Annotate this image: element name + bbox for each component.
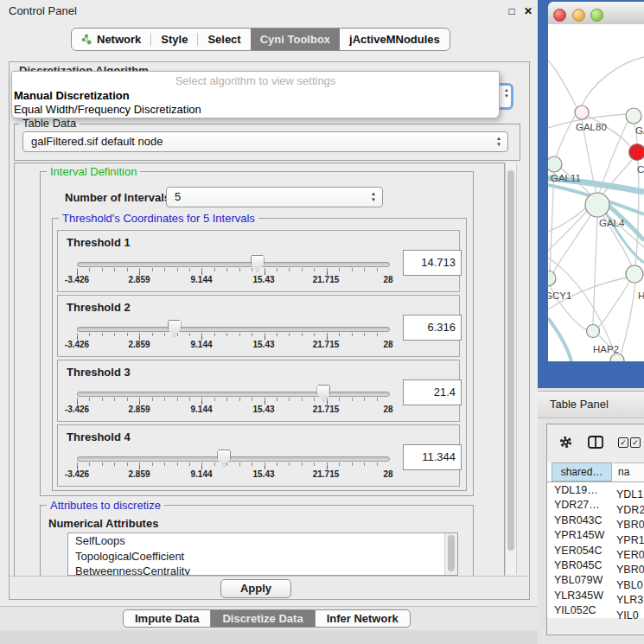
- HAP2-node[interactable]: [587, 325, 600, 338]
- threshold-row: Threshold 2 6.316 -3.4262.8599.14415.432…: [57, 295, 460, 357]
- tab-cyni-toolbox[interactable]: Cyni Toolbox: [251, 29, 340, 50]
- minimize-traffic-light-icon[interactable]: [572, 9, 585, 22]
- threshold-slider-track[interactable]: [77, 262, 390, 267]
- network-edge[interactable]: [598, 282, 629, 328]
- float-window-icon[interactable]: □: [506, 5, 518, 17]
- checkbox-icon[interactable]: ✓: [630, 437, 641, 448]
- tab-style[interactable]: Style: [151, 29, 197, 50]
- number-of-intervals-combobox[interactable]: 5 ▲▼: [166, 187, 383, 207]
- thresholds-group-label: Threshold's Coordinates for 5 Intervals: [59, 213, 258, 224]
- network-edge[interactable]: [552, 214, 591, 276]
- threshold-value-field[interactable]: 11.344: [403, 444, 462, 470]
- slider-tick-marks: [77, 398, 389, 405]
- attribute-item[interactable]: TopologicalCoefficient: [68, 549, 457, 564]
- cell-shared-name[interactable]: YDR27…: [547, 498, 615, 513]
- table-row[interactable]: YIL052CYIL0: [547, 603, 644, 618]
- table-row[interactable]: YDL19…YDL1: [547, 483, 644, 498]
- cell-shared-name[interactable]: YPR145W: [547, 528, 615, 543]
- GAL80-node[interactable]: [575, 105, 589, 119]
- GAL11-node[interactable]: [548, 156, 562, 172]
- table-row[interactable]: YER054CYER0: [547, 544, 644, 558]
- number-of-intervals-label: Number of Intervals: [65, 191, 170, 204]
- threshold-slider-track[interactable]: [77, 392, 390, 397]
- network-edge[interactable]: [582, 57, 644, 105]
- table-rows: YDL19…YDL1YDR27…YDR2YBR043CYBR0YPR145WYP…: [547, 483, 644, 619]
- table-row[interactable]: YBR045CYBR0: [547, 558, 644, 573]
- zoom-traffic-light-icon[interactable]: [590, 9, 603, 22]
- table-header-row: shared… na: [547, 462, 644, 482]
- tick-label: 28: [383, 469, 392, 479]
- tab-jactivemnodules[interactable]: jActiveMNodules: [340, 29, 450, 50]
- threshold-slider-track[interactable]: [77, 327, 390, 332]
- scrollbar-thumb[interactable]: [507, 170, 514, 551]
- right-node[interactable]: [626, 265, 643, 283]
- network-canvas[interactable]: GAL80GACGAL11GAL4GCY1HHAP2: [548, 24, 644, 361]
- tab-impute-data[interactable]: Impute Data: [124, 610, 211, 627]
- table-row[interactable]: YLR345WYLR3: [547, 589, 644, 603]
- node-label: HAP2: [593, 344, 619, 354]
- close-traffic-light-icon[interactable]: [553, 9, 566, 22]
- slider-tick-marks: [77, 462, 389, 469]
- cell-name[interactable]: YIL0: [615, 609, 639, 623]
- attribute-item[interactable]: BetweennessCentrality: [68, 564, 457, 576]
- tab-discretize-data[interactable]: Discretize Data: [211, 610, 315, 627]
- node-table: shared… na YDL19…YDL1YDR27…YDR2YBR043CYB…: [547, 462, 644, 618]
- cell-shared-name[interactable]: YBR043C: [547, 513, 615, 528]
- attribute-item[interactable]: SelfLoops: [68, 533, 457, 549]
- network-edge[interactable]: [548, 61, 577, 107]
- checkbox-icon[interactable]: ✓: [618, 437, 628, 448]
- dropdown-option-equal-width[interactable]: Equal Width/Frequency Discretization: [12, 103, 499, 117]
- tick-label: 9.144: [190, 275, 212, 284]
- table-row[interactable]: YBR043CYBR0: [547, 513, 644, 528]
- network-edge-thick[interactable]: [548, 318, 571, 361]
- attributes-list-scrollbar[interactable]: [444, 533, 457, 575]
- settings-vertical-scrollbar[interactable]: [505, 163, 517, 574]
- dropdown-option-manual[interactable]: Manual Discretization: [12, 89, 499, 103]
- threshold-label: Threshold 1: [67, 236, 131, 249]
- network-edge[interactable]: [548, 207, 586, 232]
- node-label: GAL11: [551, 173, 581, 183]
- GCY1-node[interactable]: [548, 271, 556, 286]
- selected-red-node[interactable]: [629, 144, 644, 161]
- cell-shared-name[interactable]: YLR345W: [547, 589, 615, 603]
- table-row[interactable]: YDR27…YDR2: [547, 498, 644, 513]
- cell-shared-name[interactable]: YIL052C: [547, 603, 615, 618]
- top-right-node[interactable]: [626, 108, 641, 124]
- close-window-icon[interactable]: ✕: [522, 5, 534, 17]
- scrollbar-thumb[interactable]: [448, 535, 455, 571]
- column-header-name[interactable]: na: [613, 462, 644, 482]
- tab-select[interactable]: Select: [198, 29, 250, 50]
- slider-tick-marks: [77, 268, 389, 275]
- apply-button[interactable]: Apply: [220, 579, 291, 598]
- cell-shared-name[interactable]: YBR045C: [547, 558, 615, 573]
- table-panel-title: Table Panel: [550, 398, 609, 411]
- split-columns-icon[interactable]: [588, 436, 603, 449]
- tick-label: 15.43: [252, 469, 274, 479]
- control-panel-titlebar: Control Panel □ ✕: [0, 0, 538, 21]
- threshold-value-field[interactable]: 14.713: [403, 250, 462, 276]
- cell-shared-name[interactable]: YER054C: [547, 544, 615, 558]
- tick-label: 15.43: [252, 405, 274, 414]
- threshold-slider-track[interactable]: [77, 456, 390, 462]
- network-icon: [81, 34, 92, 45]
- network-edge[interactable]: [548, 210, 588, 251]
- column-header-shared-name[interactable]: shared…: [552, 462, 612, 481]
- cell-shared-name[interactable]: YDL19…: [547, 483, 615, 498]
- table-row[interactable]: YPR145WYPR1: [547, 528, 644, 543]
- table-row[interactable]: YBL079WYBL0: [547, 573, 644, 588]
- GAL4-node[interactable]: [585, 193, 609, 217]
- table-data-combobox[interactable]: galFiltered.sif default node ▲▼: [22, 131, 508, 152]
- tab-infer-network[interactable]: Infer Network: [316, 610, 410, 627]
- threshold-value-field[interactable]: 21.4: [403, 379, 462, 405]
- network-edge[interactable]: [621, 283, 635, 355]
- bottom-node[interactable]: [610, 354, 624, 361]
- threshold-value-field[interactable]: 6.316: [403, 315, 462, 341]
- attributes-group-label: Attributes to discretize: [47, 500, 164, 511]
- gear-icon[interactable]: [558, 435, 573, 450]
- tick-label: 21.715: [313, 275, 340, 284]
- cell-shared-name[interactable]: YBL079W: [547, 573, 615, 588]
- tick-label: 2.859: [128, 405, 150, 414]
- tick-label: -3.426: [65, 405, 89, 414]
- tick-label: 2.859: [128, 469, 150, 479]
- tab-network[interactable]: Network: [72, 29, 150, 50]
